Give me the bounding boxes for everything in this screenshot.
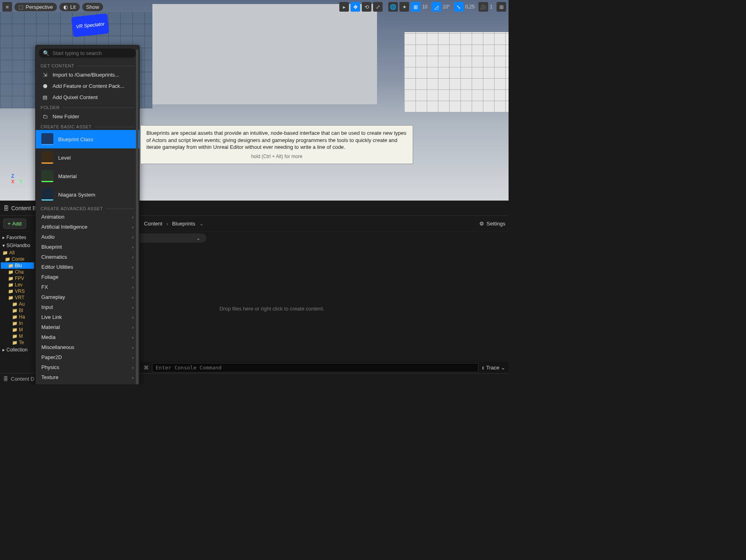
new-folder[interactable]: 🗀New Folder	[36, 111, 139, 122]
gear-icon: ⚙	[479, 221, 484, 227]
camera-speed-value[interactable]: 1	[490, 4, 493, 10]
console-input[interactable]	[152, 363, 478, 372]
chevron-right-icon: ›	[132, 255, 134, 260]
advanced-asset-live-link[interactable]: Live Link›	[36, 312, 139, 322]
advanced-asset-editor-utilities[interactable]: Editor Utilities›	[36, 262, 139, 272]
tree-item-vrs[interactable]: VRS	[1, 288, 34, 294]
import-to-game[interactable]: ⇲Import to /Game/Blueprints...	[36, 69, 139, 80]
breadcrumb-blueprints[interactable]: Blueprints	[172, 221, 195, 227]
chevron-right-icon: ›	[132, 355, 134, 360]
favorites-section[interactable]: ▸ Favorites	[1, 233, 34, 241]
advanced-asset-paper2d[interactable]: Paper2D›	[36, 352, 139, 362]
import-icon: ⇲	[41, 71, 49, 78]
context-menu-search-input[interactable]	[53, 50, 132, 56]
context-menu-search[interactable]: 🔍	[39, 49, 136, 58]
advanced-asset-input[interactable]: Input›	[36, 302, 139, 312]
advanced-asset-material[interactable]: Material›	[36, 322, 139, 332]
hamburger-icon[interactable]: ≡	[2, 2, 12, 12]
select-tool-icon[interactable]: ▸	[339, 2, 349, 12]
tree-item-vrt[interactable]: VRT	[1, 294, 34, 301]
basic-asset-niagara-system[interactable]: Niagara System	[36, 185, 139, 204]
chevron-right-icon: ›	[132, 325, 134, 330]
angle-snap-value[interactable]: 10°	[443, 4, 450, 10]
globe-icon[interactable]: 🌐	[388, 2, 398, 12]
advanced-asset-foliage[interactable]: Foliage›	[36, 272, 139, 282]
tree-item-lev[interactable]: Lev	[1, 282, 34, 288]
tree-item-all[interactable]: All	[1, 250, 34, 256]
tree-item-fpv[interactable]: FPV	[1, 275, 34, 282]
add-quixel-content[interactable]: ▤Add Quixel Content	[36, 91, 139, 103]
tree-item-ha[interactable]: Ha	[1, 314, 34, 320]
grid-snap-value[interactable]: 10	[422, 4, 427, 10]
basic-asset-material[interactable]: Material	[36, 167, 139, 185]
advanced-asset-audio[interactable]: Audio›	[36, 232, 139, 242]
tree-item-label: Conte	[12, 256, 24, 262]
advanced-asset-physics[interactable]: Physics›	[36, 362, 139, 372]
tree-item-in[interactable]: In	[1, 320, 34, 327]
tree-item-bl[interactable]: Bl	[1, 307, 34, 314]
menu-item-label: Blueprint	[41, 244, 62, 250]
camera-icon[interactable]: 🎥	[478, 2, 488, 12]
chevron-right-icon: ›	[132, 225, 134, 229]
chevron-right-icon: ›	[132, 365, 134, 370]
advanced-asset-tool-presets[interactable]: Tool Presets›	[36, 382, 139, 384]
tree-item-label: Ha	[19, 314, 25, 320]
scale-tool-icon[interactable]: ⤢	[373, 2, 383, 12]
trace-button[interactable]: ⫾ Trace ⌄	[482, 365, 505, 371]
scale-snap-icon[interactable]: ⤡	[454, 2, 464, 12]
folder-icon	[8, 269, 14, 275]
folder-icon	[12, 340, 18, 345]
tree-item-blu[interactable]: Blu	[1, 262, 34, 269]
add-feature-pack[interactable]: ⬣Add Feature or Content Pack...	[36, 80, 139, 91]
scale-snap-value[interactable]: 0,25	[465, 4, 474, 10]
advanced-asset-animation[interactable]: Animation›	[36, 212, 139, 222]
folder-icon	[8, 295, 14, 300]
search-icon: 🔍	[43, 50, 49, 56]
perspective-label: Perspective	[26, 4, 53, 10]
show-dropdown[interactable]: Show	[82, 3, 103, 11]
menu-item-label: Foliage	[41, 274, 59, 280]
tree-item-conte[interactable]: Conte	[1, 256, 34, 262]
project-section[interactable]: ▾ SGHandbo	[1, 241, 34, 250]
menu-item-label: Artificial Intelligence	[41, 224, 87, 230]
basic-asset-blueprint-class[interactable]: Blueprint Class	[36, 130, 139, 148]
advanced-asset-media[interactable]: Media›	[36, 332, 139, 342]
advanced-asset-blueprint[interactable]: Blueprint›	[36, 242, 139, 252]
settings-button[interactable]: ⚙ Settings	[479, 221, 505, 227]
basic-asset-level[interactable]: Level	[36, 148, 139, 167]
advanced-asset-gameplay[interactable]: Gameplay›	[36, 292, 139, 302]
tree-item-label: Blu	[15, 263, 22, 268]
chevron-right-icon: ›	[132, 315, 134, 320]
scene-grey-plane	[152, 4, 377, 104]
rotate-tool-icon[interactable]: ⟲	[362, 2, 371, 12]
tree-item-m[interactable]: M	[1, 327, 34, 333]
advanced-asset-miscellaneous[interactable]: Miscellaneous›	[36, 342, 139, 352]
perspective-dropdown[interactable]: ⬚ Perspective	[14, 3, 57, 11]
tree-item-m[interactable]: M	[1, 333, 34, 339]
menu-item-label: Add Quixel Content	[53, 94, 98, 100]
grid-snap-icon[interactable]: ⊞	[411, 2, 420, 12]
advanced-asset-texture[interactable]: Texture›	[36, 372, 139, 382]
tree-item-cha[interactable]: Cha	[1, 269, 34, 275]
advanced-asset-cinematics[interactable]: Cinematics›	[36, 252, 139, 262]
chevron-down-icon[interactable]: ⌄	[199, 221, 204, 227]
surface-snap-icon[interactable]: ✦	[399, 2, 409, 12]
advanced-asset-artificial-intelligence[interactable]: Artificial Intelligence›	[36, 222, 139, 232]
move-tool-icon[interactable]: ✥	[351, 2, 360, 12]
vr-spectator-label: VR Spectator	[71, 13, 109, 37]
chevron-right-icon: ›	[132, 335, 134, 340]
tree-item-au[interactable]: Au	[1, 301, 34, 307]
circle-icon: ◐	[63, 4, 68, 10]
angle-snap-icon[interactable]: ◿	[432, 2, 441, 12]
tree-item-te[interactable]: Te	[1, 339, 34, 346]
section-create-basic: CREATE BASIC ASSET	[36, 122, 139, 130]
advanced-asset-fx[interactable]: FX›	[36, 282, 139, 292]
menu-item-label: Editor Utilities	[41, 264, 73, 270]
collections-section[interactable]: ▸ Collection	[1, 346, 34, 354]
breadcrumb-content[interactable]: Content	[144, 221, 162, 227]
menu-item-label: Audio	[41, 234, 55, 240]
asset-label: Level	[58, 155, 71, 161]
viewport-layout-icon[interactable]: ⊞	[497, 2, 506, 12]
lit-dropdown[interactable]: ◐ Lit	[59, 3, 80, 11]
add-button[interactable]: +Add	[3, 219, 26, 229]
